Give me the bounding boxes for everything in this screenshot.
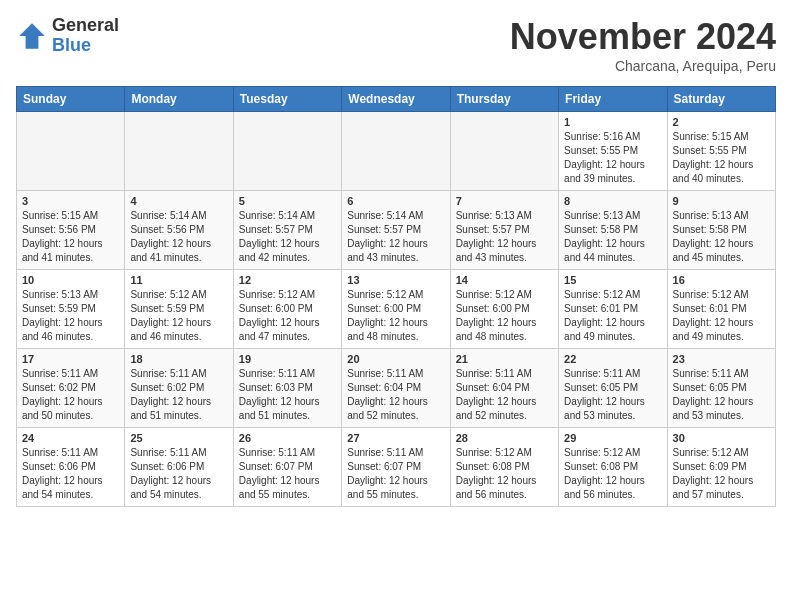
week-row-2: 3Sunrise: 5:15 AMSunset: 5:56 PMDaylight… xyxy=(17,191,776,270)
week-row-1: 1Sunrise: 5:16 AMSunset: 5:55 PMDaylight… xyxy=(17,112,776,191)
weekday-header-saturday: Saturday xyxy=(667,87,775,112)
day-info: Sunrise: 5:11 AMSunset: 6:02 PMDaylight:… xyxy=(22,367,119,423)
location-subtitle: Charcana, Arequipa, Peru xyxy=(510,58,776,74)
day-number: 12 xyxy=(239,274,336,286)
weekday-header-wednesday: Wednesday xyxy=(342,87,450,112)
weekday-header-tuesday: Tuesday xyxy=(233,87,341,112)
day-number: 15 xyxy=(564,274,661,286)
calendar-cell: 28Sunrise: 5:12 AMSunset: 6:08 PMDayligh… xyxy=(450,428,558,507)
weekday-header-monday: Monday xyxy=(125,87,233,112)
day-info: Sunrise: 5:11 AMSunset: 6:06 PMDaylight:… xyxy=(22,446,119,502)
calendar-cell: 16Sunrise: 5:12 AMSunset: 6:01 PMDayligh… xyxy=(667,270,775,349)
day-number: 19 xyxy=(239,353,336,365)
calendar-table: SundayMondayTuesdayWednesdayThursdayFrid… xyxy=(16,86,776,507)
calendar-cell: 7Sunrise: 5:13 AMSunset: 5:57 PMDaylight… xyxy=(450,191,558,270)
day-number: 7 xyxy=(456,195,553,207)
calendar-cell: 12Sunrise: 5:12 AMSunset: 6:00 PMDayligh… xyxy=(233,270,341,349)
svg-marker-0 xyxy=(19,23,45,49)
day-number: 22 xyxy=(564,353,661,365)
day-number: 8 xyxy=(564,195,661,207)
weekday-header-thursday: Thursday xyxy=(450,87,558,112)
day-info: Sunrise: 5:12 AMSunset: 6:00 PMDaylight:… xyxy=(239,288,336,344)
calendar-cell: 14Sunrise: 5:12 AMSunset: 6:00 PMDayligh… xyxy=(450,270,558,349)
page-header: General Blue November 2024 Charcana, Are… xyxy=(16,16,776,74)
day-info: Sunrise: 5:13 AMSunset: 5:59 PMDaylight:… xyxy=(22,288,119,344)
calendar-cell: 22Sunrise: 5:11 AMSunset: 6:05 PMDayligh… xyxy=(559,349,667,428)
day-number: 29 xyxy=(564,432,661,444)
day-info: Sunrise: 5:14 AMSunset: 5:56 PMDaylight:… xyxy=(130,209,227,265)
weekday-header-friday: Friday xyxy=(559,87,667,112)
calendar-cell: 3Sunrise: 5:15 AMSunset: 5:56 PMDaylight… xyxy=(17,191,125,270)
day-info: Sunrise: 5:11 AMSunset: 6:05 PMDaylight:… xyxy=(564,367,661,423)
day-number: 20 xyxy=(347,353,444,365)
calendar-cell: 5Sunrise: 5:14 AMSunset: 5:57 PMDaylight… xyxy=(233,191,341,270)
day-info: Sunrise: 5:11 AMSunset: 6:04 PMDaylight:… xyxy=(347,367,444,423)
calendar-cell: 29Sunrise: 5:12 AMSunset: 6:08 PMDayligh… xyxy=(559,428,667,507)
logo: General Blue xyxy=(16,16,119,56)
calendar-cell: 25Sunrise: 5:11 AMSunset: 6:06 PMDayligh… xyxy=(125,428,233,507)
week-row-4: 17Sunrise: 5:11 AMSunset: 6:02 PMDayligh… xyxy=(17,349,776,428)
calendar-cell xyxy=(17,112,125,191)
day-number: 5 xyxy=(239,195,336,207)
day-number: 30 xyxy=(673,432,770,444)
day-number: 2 xyxy=(673,116,770,128)
day-info: Sunrise: 5:11 AMSunset: 6:05 PMDaylight:… xyxy=(673,367,770,423)
day-info: Sunrise: 5:12 AMSunset: 6:01 PMDaylight:… xyxy=(564,288,661,344)
day-info: Sunrise: 5:13 AMSunset: 5:58 PMDaylight:… xyxy=(564,209,661,265)
day-number: 21 xyxy=(456,353,553,365)
calendar-cell xyxy=(342,112,450,191)
calendar-cell: 8Sunrise: 5:13 AMSunset: 5:58 PMDaylight… xyxy=(559,191,667,270)
calendar-cell: 9Sunrise: 5:13 AMSunset: 5:58 PMDaylight… xyxy=(667,191,775,270)
calendar-cell: 13Sunrise: 5:12 AMSunset: 6:00 PMDayligh… xyxy=(342,270,450,349)
day-info: Sunrise: 5:12 AMSunset: 6:09 PMDaylight:… xyxy=(673,446,770,502)
week-row-5: 24Sunrise: 5:11 AMSunset: 6:06 PMDayligh… xyxy=(17,428,776,507)
calendar-cell: 4Sunrise: 5:14 AMSunset: 5:56 PMDaylight… xyxy=(125,191,233,270)
day-info: Sunrise: 5:14 AMSunset: 5:57 PMDaylight:… xyxy=(347,209,444,265)
weekday-header-sunday: Sunday xyxy=(17,87,125,112)
day-number: 6 xyxy=(347,195,444,207)
day-info: Sunrise: 5:12 AMSunset: 6:01 PMDaylight:… xyxy=(673,288,770,344)
day-number: 3 xyxy=(22,195,119,207)
calendar-cell: 27Sunrise: 5:11 AMSunset: 6:07 PMDayligh… xyxy=(342,428,450,507)
logo-blue-text: Blue xyxy=(52,36,119,56)
day-info: Sunrise: 5:15 AMSunset: 5:56 PMDaylight:… xyxy=(22,209,119,265)
day-info: Sunrise: 5:11 AMSunset: 6:02 PMDaylight:… xyxy=(130,367,227,423)
day-number: 14 xyxy=(456,274,553,286)
month-title: November 2024 xyxy=(510,16,776,58)
day-info: Sunrise: 5:11 AMSunset: 6:07 PMDaylight:… xyxy=(347,446,444,502)
weekday-header-row: SundayMondayTuesdayWednesdayThursdayFrid… xyxy=(17,87,776,112)
calendar-cell: 23Sunrise: 5:11 AMSunset: 6:05 PMDayligh… xyxy=(667,349,775,428)
calendar-cell: 24Sunrise: 5:11 AMSunset: 6:06 PMDayligh… xyxy=(17,428,125,507)
day-number: 10 xyxy=(22,274,119,286)
logo-icon xyxy=(16,20,48,52)
calendar-cell: 11Sunrise: 5:12 AMSunset: 5:59 PMDayligh… xyxy=(125,270,233,349)
calendar-cell: 6Sunrise: 5:14 AMSunset: 5:57 PMDaylight… xyxy=(342,191,450,270)
title-block: November 2024 Charcana, Arequipa, Peru xyxy=(510,16,776,74)
calendar-cell: 15Sunrise: 5:12 AMSunset: 6:01 PMDayligh… xyxy=(559,270,667,349)
calendar-cell xyxy=(125,112,233,191)
day-number: 18 xyxy=(130,353,227,365)
day-info: Sunrise: 5:11 AMSunset: 6:06 PMDaylight:… xyxy=(130,446,227,502)
calendar-cell: 2Sunrise: 5:15 AMSunset: 5:55 PMDaylight… xyxy=(667,112,775,191)
calendar-cell: 1Sunrise: 5:16 AMSunset: 5:55 PMDaylight… xyxy=(559,112,667,191)
day-number: 4 xyxy=(130,195,227,207)
calendar-cell: 17Sunrise: 5:11 AMSunset: 6:02 PMDayligh… xyxy=(17,349,125,428)
day-number: 1 xyxy=(564,116,661,128)
day-info: Sunrise: 5:13 AMSunset: 5:58 PMDaylight:… xyxy=(673,209,770,265)
day-number: 17 xyxy=(22,353,119,365)
day-info: Sunrise: 5:12 AMSunset: 6:00 PMDaylight:… xyxy=(456,288,553,344)
calendar-cell: 30Sunrise: 5:12 AMSunset: 6:09 PMDayligh… xyxy=(667,428,775,507)
week-row-3: 10Sunrise: 5:13 AMSunset: 5:59 PMDayligh… xyxy=(17,270,776,349)
day-number: 16 xyxy=(673,274,770,286)
day-number: 13 xyxy=(347,274,444,286)
day-number: 24 xyxy=(22,432,119,444)
calendar-cell: 21Sunrise: 5:11 AMSunset: 6:04 PMDayligh… xyxy=(450,349,558,428)
day-number: 25 xyxy=(130,432,227,444)
calendar-cell xyxy=(233,112,341,191)
calendar-cell xyxy=(450,112,558,191)
day-info: Sunrise: 5:12 AMSunset: 6:08 PMDaylight:… xyxy=(564,446,661,502)
day-info: Sunrise: 5:15 AMSunset: 5:55 PMDaylight:… xyxy=(673,130,770,186)
calendar-cell: 26Sunrise: 5:11 AMSunset: 6:07 PMDayligh… xyxy=(233,428,341,507)
day-number: 27 xyxy=(347,432,444,444)
day-info: Sunrise: 5:12 AMSunset: 5:59 PMDaylight:… xyxy=(130,288,227,344)
